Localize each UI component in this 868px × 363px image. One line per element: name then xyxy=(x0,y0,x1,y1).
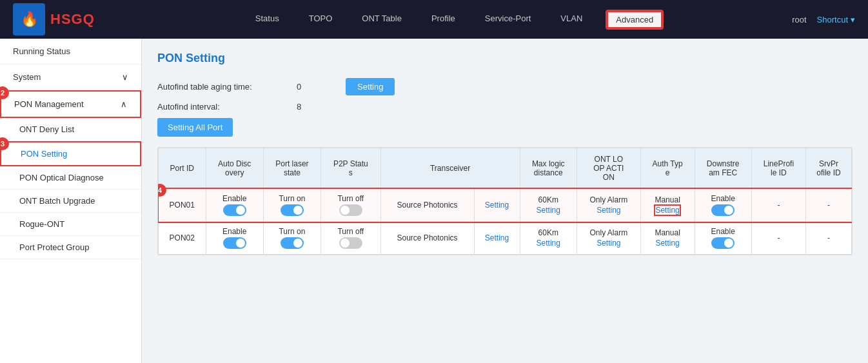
nav-status[interactable]: Status xyxy=(250,11,284,28)
toggle-auto-disc-1[interactable] xyxy=(223,204,246,216)
toggle-port-laser-2[interactable] xyxy=(281,237,304,249)
chevron-down-icon: ▾ xyxy=(851,15,855,25)
toggle-p2p-1[interactable] xyxy=(339,204,362,216)
header-right: root Shortcut ▾ xyxy=(792,15,855,25)
cell-loop-action: Only Alarm Setting xyxy=(577,189,640,222)
page-title: PON Setting xyxy=(157,52,853,65)
badge-2: 2 xyxy=(0,86,9,99)
cell-p2p: Turn off xyxy=(321,222,380,255)
nav-profile[interactable]: Profile xyxy=(426,11,460,28)
cell-loop-action: Only Alarm Setting xyxy=(577,222,640,255)
user-label: root xyxy=(792,15,806,25)
cell-auth-type: Manual Setting xyxy=(640,189,695,222)
col-transceiver: Transceiver xyxy=(380,148,520,189)
aging-value: 0 xyxy=(297,82,335,92)
shortcut-button[interactable]: Shortcut ▾ xyxy=(817,15,855,25)
toggle-auto-disc-2[interactable] xyxy=(223,237,246,249)
col-auth-type: Auth Type xyxy=(640,148,695,189)
aging-row: Autofind table aging time: 0 Setting xyxy=(157,78,853,95)
cell-srv-profile: - xyxy=(805,189,851,222)
sidebar-item-ont-deny-list[interactable]: ONT Deny List xyxy=(0,118,141,141)
chevron-up-icon: ∧ xyxy=(121,99,127,109)
col-p2p: P2P Status xyxy=(321,148,380,189)
cell-port-laser: Turn on xyxy=(263,189,321,222)
sidebar-item-pon-optical-diagnose[interactable]: PON Optical Diagnose xyxy=(0,166,141,190)
cell-port-laser: Turn on xyxy=(263,222,321,255)
logo-box: 🔥 xyxy=(13,3,45,35)
col-loop-action: ONT LOOP ACTION xyxy=(577,148,640,189)
toggle-ds-fec-1[interactable] xyxy=(711,204,735,216)
layout: Running Status System ∨ 2 PON Management… xyxy=(0,39,868,363)
cell-srv-profile: - xyxy=(805,222,851,255)
toggle-port-laser-1[interactable] xyxy=(281,204,304,216)
sidebar-item-system[interactable]: System ∨ xyxy=(0,64,141,90)
cell-transceiver: Source Photonics xyxy=(380,222,474,255)
sidebar-item-ont-batch-upgrade[interactable]: ONT Batch Upgrade xyxy=(0,190,141,213)
cell-ds-fec: Enable xyxy=(695,222,751,255)
sidebar-item-port-protect-group[interactable]: Port Protect Group xyxy=(0,236,141,259)
sidebar-item-pon-setting[interactable]: 3 PON Setting xyxy=(0,141,141,166)
nav-vlan[interactable]: VLAN xyxy=(555,11,587,28)
sidebar-item-pon-management[interactable]: 2 PON Management ∧ xyxy=(0,90,141,118)
nav-ont-table[interactable]: ONT Table xyxy=(357,11,407,28)
table-row: 4 PON01 Enable xyxy=(159,189,852,222)
col-line-profile: LineProfile ID xyxy=(751,148,805,189)
cell-ds-fec: Enable xyxy=(695,189,751,222)
aging-label: Autofind table aging time: xyxy=(157,82,286,92)
sidebar: Running Status System ∨ 2 PON Management… xyxy=(0,39,142,363)
cell-transceiver-link[interactable]: Setting xyxy=(474,189,520,222)
toggle-p2p-2[interactable] xyxy=(339,237,362,249)
nav-advanced[interactable]: Advanced xyxy=(607,11,662,28)
cell-auto-disc: Enable xyxy=(206,189,263,222)
cell-port-id: PON02 xyxy=(159,222,206,255)
interval-value: 8 xyxy=(297,102,335,112)
app-name: HSGQ xyxy=(50,11,95,28)
cell-auth-type: Manual Setting xyxy=(640,222,695,255)
chevron-down-icon: ∨ xyxy=(122,72,128,82)
logo-area: 🔥 HSGQ xyxy=(13,3,95,35)
cell-max-dist: 60Km Setting xyxy=(520,222,577,255)
cell-transceiver: Source Photonics xyxy=(380,189,474,222)
sidebar-group-pon: 2 PON Management ∧ ONT Deny List 3 PON S… xyxy=(0,90,141,259)
badge-3: 3 xyxy=(0,137,9,150)
setting-all-port-button[interactable]: Setting All Port xyxy=(157,118,233,137)
cell-auto-disc: Enable xyxy=(206,222,263,255)
sidebar-item-rogue-ont[interactable]: Rogue-ONT xyxy=(0,213,141,236)
cell-max-dist: 60Km Setting xyxy=(520,189,577,222)
col-max-dist: Max logicdistance xyxy=(520,148,577,189)
cell-port-id: 4 PON01 xyxy=(159,189,206,222)
setting-button[interactable]: Setting xyxy=(346,78,395,95)
col-ds-fec: Downstream FEC xyxy=(695,148,751,189)
cell-p2p: Turn off xyxy=(321,189,380,222)
nav-topo[interactable]: TOPO xyxy=(304,11,338,28)
sidebar-item-running-status[interactable]: Running Status xyxy=(0,39,141,64)
nav-bar: Status TOPO ONT Table Profile Service-Po… xyxy=(121,11,792,28)
col-port-laser: Port laserstate xyxy=(263,148,321,189)
interval-row: Autofind interval: 8 xyxy=(157,102,853,112)
col-auto-disc: Auto Discovery xyxy=(206,148,263,189)
toggle-ds-fec-2[interactable] xyxy=(711,237,735,249)
auth-setting-link[interactable]: Setting xyxy=(655,206,679,215)
pon-table: Port ID Auto Discovery Port laserstate P… xyxy=(157,147,853,255)
cell-line-profile: - xyxy=(751,222,805,255)
pon-settings-table: Port ID Auto Discovery Port laserstate P… xyxy=(158,148,852,255)
cell-line-profile: - xyxy=(751,189,805,222)
header: 🔥 HSGQ Status TOPO ONT Table Profile Ser… xyxy=(0,0,868,39)
badge-4: 4 xyxy=(157,184,166,197)
main-content: PON Setting Autofind table aging time: 0… xyxy=(142,39,868,363)
logo-icon: 🔥 xyxy=(21,11,38,28)
interval-label: Autofind interval: xyxy=(157,102,286,112)
col-port-id: Port ID xyxy=(159,148,206,189)
nav-service-port[interactable]: Service-Port xyxy=(480,11,537,28)
cell-transceiver-link[interactable]: Setting xyxy=(474,222,520,255)
table-row: PON02 Enable xyxy=(159,222,852,255)
col-srv-profile: SrvProfile ID xyxy=(805,148,851,189)
